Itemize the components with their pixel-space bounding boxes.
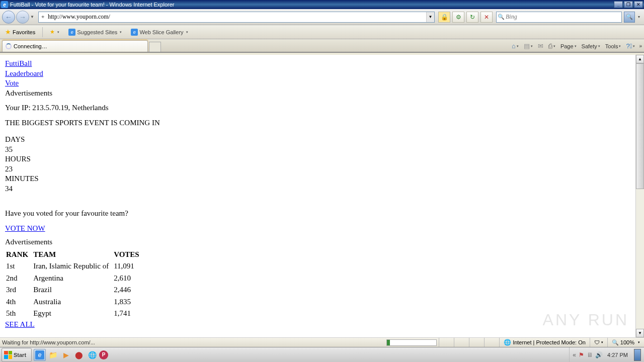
windows-logo-icon	[4, 351, 12, 359]
search-icon: 🔍	[497, 14, 506, 20]
tray-flag-icon[interactable]: ⚑	[579, 351, 584, 358]
star-icon: ★	[5, 28, 11, 36]
minutes-value: 34	[5, 184, 630, 194]
col-rank: RANK	[5, 249, 32, 261]
zoom-value: 100%	[620, 339, 634, 345]
taskbar-media-button[interactable]: ▶	[60, 349, 72, 361]
taskbar-app-button-2[interactable]: P	[99, 350, 108, 359]
tray-network-icon[interactable]: 🖥	[587, 351, 593, 358]
window-title: FuttiBall - Vote for your favourite team…	[10, 2, 614, 8]
safety-menu[interactable]: Safety▾	[581, 43, 601, 50]
ie-icon: e	[35, 350, 44, 359]
page-menu[interactable]: Page▾	[559, 43, 578, 50]
print-icon: ⎙	[548, 42, 552, 50]
scroll-thumb[interactable]	[636, 63, 644, 189]
ip-info: Your IP: 213.5.70.19, Netherlands	[5, 103, 630, 113]
page-content: FuttiBall Leaderboard Vote Advertisement…	[0, 55, 635, 337]
address-input[interactable]	[47, 13, 426, 21]
leaderboard-link[interactable]: Leaderboard	[5, 69, 43, 77]
ie-mini-icon: e	[131, 29, 138, 36]
system-tray: « ⚑ 🖥 🔊 4:27 PM	[569, 347, 644, 362]
zoom-icon: 🔍	[612, 339, 619, 346]
vertical-scrollbar[interactable]: ▲ ▼	[635, 55, 644, 337]
safety-menu-label: Safety	[582, 43, 597, 49]
scroll-up-button[interactable]: ▲	[636, 55, 644, 63]
status-cell	[439, 338, 454, 347]
star-add-icon: ★	[50, 29, 55, 35]
security-lock-button[interactable]: 🔒	[438, 12, 450, 23]
search-input[interactable]	[506, 13, 621, 21]
browser-tab[interactable]: Connecting…	[2, 40, 148, 52]
tray-volume-icon[interactable]: 🔊	[595, 351, 603, 358]
navigation-bar: ← → ▼ ✦ ▼ 🔒 ⚙ ↻ ✕ 🔍 🔍 ▼	[0, 9, 644, 25]
window-titlebar: e FuttiBall - Vote for your favourite te…	[0, 0, 644, 9]
table-header-row: RANK TEAM VOTES	[5, 249, 143, 261]
address-bar[interactable]: ✦ ▼	[38, 12, 435, 23]
read-mail-button[interactable]: ✉	[537, 42, 544, 50]
web-slice-gallery-link[interactable]: e Web Slice Gallery ▾	[129, 28, 190, 37]
see-all-link[interactable]: SEE ALL	[5, 320, 35, 328]
tray-expand-icon[interactable]: «	[573, 351, 576, 358]
tab-label: Connecting…	[14, 43, 47, 49]
search-go-button[interactable]: 🔍	[624, 12, 635, 23]
search-provider-dropdown[interactable]: ▼	[636, 15, 642, 19]
favorites-label: Favorites	[13, 29, 35, 35]
taskbar-app-button[interactable]: ⬤	[73, 349, 85, 361]
minimize-button[interactable]: _	[614, 1, 623, 8]
headline: THE BIGGEST SPORTS EVENT IS COMING IN	[5, 118, 630, 128]
close-button[interactable]: ✕	[634, 1, 643, 8]
scroll-down-button[interactable]: ▼	[636, 329, 644, 337]
progress-bar	[386, 339, 437, 346]
days-label: DAYS	[5, 135, 630, 145]
help-icon: ?⃝	[626, 42, 632, 50]
hours-label: HOURS	[5, 154, 630, 164]
table-row: 2ndArgentina2,610	[5, 273, 143, 285]
page-menu-label: Page	[560, 43, 574, 49]
restore-button[interactable]: ❐	[624, 1, 633, 8]
start-label: Start	[14, 352, 26, 358]
status-bar: Waiting for http://www.youporn.com/... 🌐…	[0, 337, 644, 347]
vote-now-link[interactable]: VOTE NOW	[5, 224, 45, 232]
address-dropdown[interactable]: ▼	[426, 12, 434, 22]
home-button[interactable]: ⌂▾	[511, 42, 520, 50]
add-to-favorites-button[interactable]: ★ ▾	[48, 28, 61, 36]
feeds-button[interactable]: ▤▾	[523, 42, 534, 50]
table-row: 5thEgypt1,741	[5, 308, 143, 320]
taskbar-ie-button[interactable]: e	[34, 349, 46, 361]
globe-icon: 🌐	[504, 339, 511, 346]
status-cell	[469, 338, 484, 347]
ie-icon: e	[1, 1, 8, 8]
taskbar-explorer-button[interactable]: 📁	[47, 349, 59, 361]
protected-mode-button[interactable]: 🛡▾	[590, 338, 607, 347]
home-icon: ⌂	[512, 42, 516, 50]
hours-value: 23	[5, 164, 630, 174]
rss-icon: ▤	[524, 42, 530, 50]
vote-link[interactable]: Vote	[5, 79, 19, 87]
forward-button[interactable]: →	[16, 11, 29, 24]
security-zone[interactable]: 🌐 Internet | Protected Mode: On	[499, 338, 590, 347]
search-bar[interactable]: 🔍	[496, 12, 622, 23]
refresh-button[interactable]: ↻	[466, 12, 478, 23]
status-cell	[454, 338, 469, 347]
more-commands-button[interactable]: »	[639, 43, 642, 49]
col-votes: VOTES	[113, 249, 143, 261]
tools-menu[interactable]: Tools▾	[604, 43, 622, 50]
zoom-control[interactable]: 🔍 100% ▾	[607, 338, 644, 347]
help-button[interactable]: ?⃝▾	[625, 42, 636, 50]
new-tab-button[interactable]	[149, 42, 161, 52]
favorites-button[interactable]: ★ Favorites	[3, 27, 37, 37]
print-button[interactable]: ⎙▾	[547, 42, 556, 50]
futtiball-link[interactable]: FuttiBall	[5, 59, 32, 67]
start-button[interactable]: Start	[2, 348, 32, 362]
back-button[interactable]: ←	[2, 11, 15, 24]
stop-button[interactable]: ✕	[480, 12, 493, 23]
tab-bar: Connecting… ⌂▾ ▤▾ ✉ ⎙▾ Page▾ Safety▾ Too…	[0, 39, 644, 53]
nav-history-dropdown[interactable]: ▼	[30, 15, 35, 19]
taskbar-chrome-button[interactable]: 🌐	[86, 349, 98, 361]
scroll-track[interactable]	[636, 63, 644, 329]
compatibility-button[interactable]: ⚙	[452, 12, 464, 23]
show-desktop-button[interactable]	[634, 349, 641, 361]
suggested-sites-link[interactable]: e Suggested Sites ▾	[66, 28, 124, 37]
ads-label-2: Advertisements	[5, 237, 630, 247]
taskbar-clock[interactable]: 4:27 PM	[605, 352, 630, 358]
